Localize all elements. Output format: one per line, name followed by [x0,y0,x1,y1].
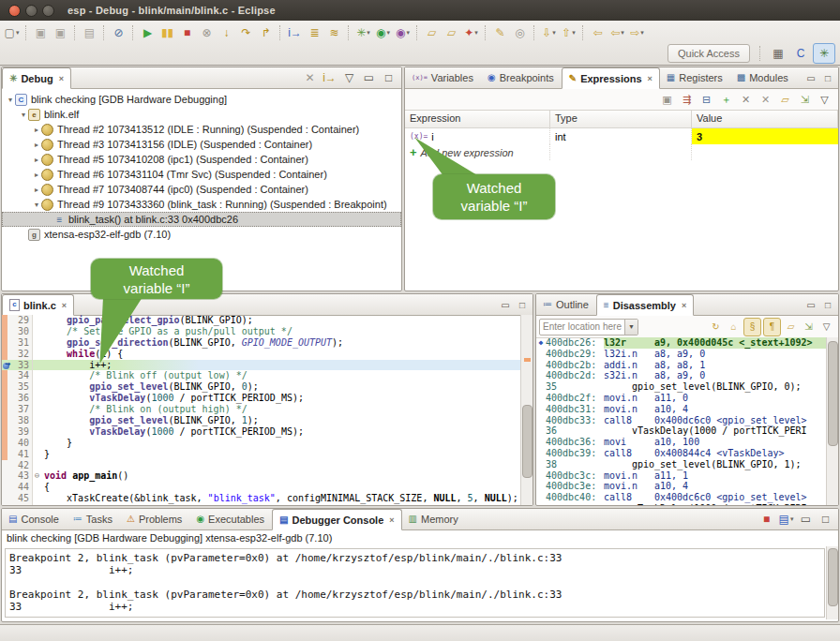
expand-arrow-icon[interactable]: ▸ [32,156,41,164]
code-line-39[interactable]: 39 vTaskDelay(1000 / portTICK_PERIOD_MS)… [2,426,521,438]
debug-icon[interactable]: ✳▾ [354,24,372,41]
fold-marker-icon[interactable]: ⊖ [33,470,41,482]
line-number[interactable]: 37 [8,404,33,415]
code-line-46[interactable]: 46} [2,504,521,505]
remove-all-expressions-icon[interactable]: ✕ [757,91,774,108]
code-line-41[interactable]: 41} [2,449,521,460]
expand-arrow-icon[interactable]: ▸ [32,141,41,149]
link-with-debug-icon[interactable]: ⇲ [801,319,817,335]
remove-expression-icon[interactable]: ✕ [737,91,755,108]
collapse-arrow-icon[interactable]: ▾ [32,201,41,209]
code-line-43[interactable]: 43⊖void app_main() [2,470,521,482]
show-symbols-toggle-icon[interactable]: ¶ [763,318,781,336]
display-selected-console-icon[interactable]: ▤▾ [777,511,795,528]
use-step-filters-icon[interactable]: ≋ [325,24,343,41]
profile-icon[interactable]: ◉▾ [394,24,412,41]
tab-tasks[interactable]: ≔Tasks [67,509,120,529]
new-wizard-icon[interactable]: ▢▾ [3,24,21,41]
tab-variables[interactable]: (x)=Variables [405,67,481,88]
location-combo[interactable]: Enter location here ▼ [539,319,638,335]
maximize-icon[interactable]: □ [515,297,530,312]
external-tools-icon[interactable]: ✦▾ [462,24,480,41]
line-number[interactable]: 46 [8,504,33,505]
maximize-icon[interactable]: □ [817,511,834,528]
terminate-icon[interactable]: ■ [178,24,196,41]
window-close-button[interactable] [8,5,21,17]
code-line-37[interactable]: 37 /* Blink on (output high) */ [2,404,521,415]
tab-debug[interactable]: ✳ Debug × [2,67,71,89]
code-line-33[interactable]: 33 i++;→ [2,360,521,371]
disassembly-line-400dbc33[interactable]: 400dbc33:call80x400dc6c0 <gpio_set_level… [536,415,827,426]
debugger-console-output[interactable]: Breakpoint 2, blink_task (pvParameter=0x… [5,548,825,618]
show-source-toggle-icon[interactable]: § [743,318,761,336]
close-icon[interactable]: × [62,301,67,310]
open-perspective-button[interactable]: ▦ [768,44,788,63]
disassembly-line-400dbc40[interactable]: 400dbc40:call80x400dc6c0 <gpio_set_level… [536,492,827,503]
skip-all-breakpoints-icon[interactable]: ⊘ [110,24,128,41]
tab-executables[interactable]: ◉Executables [189,509,272,529]
tab-problems[interactable]: ⚠Problems [120,509,189,529]
disassembly-line-400dbc3e[interactable]: 400dbc3e:movi.na10, 4 [536,481,827,492]
tree-item-thread-3-1073413156-idle-suspended-conta[interactable]: ▸·Thread #3 1073413156 (IDLE) (Suspended… [2,137,401,152]
disassembly-source-line[interactable]: 36vTaskDelay(1000 / portTICK_PERI [536,425,827,437]
disassembly-source-line[interactable]: 35gpio_set_level(BLINK_GPIO, 0); [536,381,827,393]
code-line-30[interactable]: 30 /* Set the GPIO as a push/pull output… [2,326,521,337]
column-expression[interactable]: Expression [405,111,550,127]
quick-access-button[interactable]: Quick Access [668,44,750,63]
tab-outline[interactable]: ≔Outline [536,294,596,315]
home-icon[interactable]: ⌂ [726,319,742,335]
terminate-console-icon[interactable]: ■ [758,511,775,528]
disassembly-line-400dbc2f[interactable]: 400dbc2f:movi.na11, 0 [536,393,827,404]
save-all-icon[interactable]: ▣ [52,24,69,41]
search-icon[interactable]: ◎ [511,24,529,41]
tab-debugger-console[interactable]: ▤Debugger Console× [272,509,402,530]
chevron-down-icon[interactable]: ▾ [16,29,20,37]
chevron-down-icon[interactable]: ▾ [621,29,624,37]
tree-item-thread-9-1073433360-blink-task-running-s[interactable]: ▾·Thread #9 1073433360 (blink_task : Run… [2,197,401,212]
minimize-icon[interactable]: ▭ [360,69,378,86]
tree-item-thread-7-1073408744-ipc0-suspended-conta[interactable]: ▸·Thread #7 1073408744 (ipc0) (Suspended… [2,182,401,197]
print-icon[interactable]: ▤ [81,24,98,41]
chevron-down-icon[interactable]: ▾ [406,29,410,37]
disassembly-listing[interactable]: ◆400dbc26:l32ra9, 0x400d045c <_stext+109… [536,337,827,505]
tree-item-thread-2-1073413512-idle-running-suspend[interactable]: ▸·Thread #2 1073413512 (IDLE : Running) … [2,122,401,137]
disassembly-source-line[interactable]: 38gpio_set_level(BLINK_GPIO, 1); [536,459,827,470]
new-view-icon[interactable]: ▱ [783,319,799,335]
breakpoint-instruction-pointer-icon[interactable]: → [3,361,12,370]
pin-editor-icon[interactable]: ⇩▾ [540,24,558,41]
tree-item-thread-6-1073431104-tmr-svc-suspended-co[interactable]: ▸·Thread #6 1073431104 (Tmr Svc) (Suspen… [2,167,401,182]
close-icon[interactable]: × [389,515,394,525]
tree-item-thread-5-1073410208-ipc1-suspended-conta[interactable]: ▸·Thread #5 1073410208 (ipc1) (Suspended… [2,152,401,167]
step-return-icon[interactable]: ↱ [257,24,275,41]
code-line-34[interactable]: 34 /* Blink off (output low) */ [2,370,521,381]
chevron-down-icon[interactable]: ▾ [386,29,390,37]
expand-arrow-icon[interactable]: ▸ [32,126,41,134]
run-icon[interactable]: ◉▾ [374,24,392,41]
disassembly-line-400dbc29[interactable]: 400dbc29:l32i.na8, a9, 0 [536,349,827,360]
chevron-down-icon[interactable]: ▾ [640,29,644,37]
line-number[interactable]: 32 [8,349,33,360]
line-number[interactable]: 40 [8,438,33,449]
maximize-icon[interactable]: □ [380,69,398,86]
tab-breakpoints[interactable]: ◉Breakpoints [481,67,562,88]
drop-to-frame-icon[interactable]: ≣ [306,24,323,41]
code-line-44[interactable]: 44{ [2,482,521,493]
change-overview-marker[interactable] [524,358,531,362]
tab-modules[interactable]: ▩Modules [730,67,796,88]
show-logical-structure-icon[interactable]: ⇶ [678,91,696,108]
tree-item-blink-task-at-blink-c-33-0x400dbc26[interactable]: ≡blink_task() at blink.c:33 0x400dbc26 [2,212,401,227]
close-icon[interactable]: × [682,301,686,310]
disassembly-line-400dbc39[interactable]: 400dbc39:call80x400844c4 <vTaskDelay> [536,448,827,459]
tab-memory[interactable]: ▥Memory [402,509,466,529]
back-icon[interactable]: ⇦▾ [608,24,626,41]
minimize-icon[interactable]: ▭ [498,297,513,312]
code-line-38[interactable]: 38 gpio_set_level(BLINK_GPIO, 1); [2,415,521,426]
line-number[interactable]: 43 [8,470,33,482]
line-number[interactable]: 41 [8,449,33,460]
suspend-icon[interactable]: ▮▮ [158,24,176,41]
disassembly-line-400dbc2d[interactable]: 400dbc2d:s32i.na8, a9, 0 [536,370,827,381]
save-icon[interactable]: ▣ [32,24,50,41]
expand-arrow-icon[interactable]: ▸ [32,171,41,179]
window-maximize-button[interactable] [42,5,54,17]
code-editor[interactable]: 29 gpio_pad_select_gpio(BLINK_GPIO);30 /… [2,315,521,505]
